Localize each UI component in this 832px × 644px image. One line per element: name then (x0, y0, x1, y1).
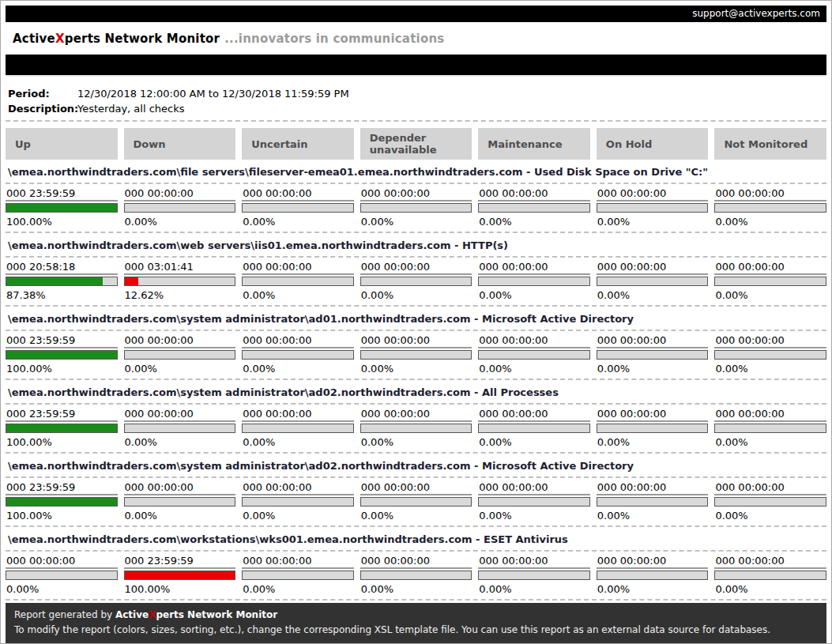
duration-label: 000 00:00:00 (242, 262, 354, 275)
duration-label: 000 00:00:00 (597, 409, 709, 422)
uptime-bar (360, 571, 472, 580)
duration-label: 000 23:59:59 (6, 482, 118, 495)
footer-brand-rest: perts Network Monitor (156, 609, 277, 620)
uptime-bar (242, 571, 354, 580)
status-stat-cell: 000 00:00:00 0.00% (597, 262, 709, 302)
uptime-bar (597, 571, 709, 580)
percent-label: 0.00% (360, 216, 472, 228)
percent-label: 0.00% (714, 510, 826, 522)
percent-label: 0.00% (714, 289, 826, 302)
duration-label: 000 00:00:00 (360, 555, 472, 569)
status-stat-cell: 000 00:00:00 0.00% (124, 188, 236, 228)
uptime-bar (478, 277, 590, 286)
percent-label: 0.00% (478, 510, 590, 522)
percent-label: 0.00% (124, 436, 236, 449)
duration-label: 000 00:00:00 (6, 555, 118, 569)
status-stat-cell: 000 00:00:00 0.00% (242, 482, 354, 522)
uptime-bar (478, 497, 590, 507)
duration-label: 000 00:00:00 (714, 262, 826, 275)
status-stat-cell: 000 00:00:00 0.00% (124, 335, 236, 375)
duration-label: 000 00:00:00 (714, 555, 826, 569)
monitor-section: \emea.northwindtraders.com\system admini… (6, 454, 826, 527)
uptime-bar (360, 350, 472, 360)
uptime-bar-fill (125, 277, 139, 285)
duration-label: 000 00:00:00 (124, 335, 236, 348)
section-title: \emea.northwindtraders.com\web servers\i… (6, 239, 826, 251)
monitor-section: \emea.northwindtraders.com\system admini… (6, 307, 826, 380)
percent-label: 0.00% (242, 216, 354, 228)
status-stat-cell: 000 00:00:00 0.00% (242, 335, 354, 375)
duration-label: 000 03:01:41 (124, 262, 236, 275)
percent-label: 100.00% (6, 510, 118, 522)
duration-label: 000 00:00:00 (597, 188, 709, 201)
status-stat-cell: 000 00:00:00 0.00% (714, 482, 826, 522)
status-stat-cell: 000 20:58:18 87.38% (6, 262, 118, 302)
uptime-bar (6, 497, 118, 507)
duration-label: 000 00:00:00 (597, 335, 709, 348)
duration-label: 000 00:00:00 (478, 482, 590, 495)
uptime-bar (478, 350, 590, 360)
footer-bar: Report generated by ActiveXperts Network… (6, 603, 826, 644)
percent-label: 0.00% (6, 583, 118, 596)
duration-label: 000 00:00:00 (597, 262, 709, 275)
column-header: Up (6, 128, 118, 160)
footer-generated-line: Report generated by ActiveXperts Network… (14, 608, 818, 623)
uptime-bar (714, 497, 826, 507)
percent-label: 0.00% (242, 363, 354, 375)
uptime-bar (478, 424, 590, 433)
duration-label: 000 00:00:00 (360, 409, 472, 422)
section-stats-row: 000 20:58:18 87.38% 000 03:01:41 12.62% … (6, 258, 826, 305)
status-stat-cell: 000 00:00:00 0.00% (242, 262, 354, 302)
duration-label: 000 00:00:00 (478, 335, 590, 348)
report-meta: Period: 12/30/2018 12:00:00 AM to 12/30/… (6, 86, 826, 116)
column-header: Depender unavailable (360, 128, 472, 160)
brand-logo: ActiveXperts Network Monitor (13, 32, 220, 46)
uptime-bar (714, 424, 826, 433)
divider-line (6, 599, 826, 601)
status-stat-cell: 000 00:00:00 0.00% (360, 482, 472, 522)
footer-brand-active: Active (115, 609, 149, 620)
status-stat-cell: 000 00:00:00 0.00% (124, 409, 236, 449)
percent-label: 0.00% (360, 289, 472, 302)
status-stat-cell: 000 00:00:00 0.00% (242, 555, 354, 596)
uptime-bar (242, 203, 354, 213)
percent-label: 12.62% (124, 289, 236, 302)
uptime-bar (597, 497, 709, 507)
duration-label: 000 00:00:00 (714, 335, 826, 348)
brand-x: X (55, 32, 65, 46)
report-page: support@activexperts.com ActiveXperts Ne… (0, 0, 832, 644)
status-stat-cell: 000 00:00:00 0.00% (478, 188, 590, 228)
uptime-bar-fill (6, 498, 117, 506)
uptime-bar-fill (6, 424, 117, 432)
uptime-bar (6, 571, 118, 580)
percent-label: 0.00% (360, 436, 472, 449)
duration-label: 000 00:00:00 (124, 188, 236, 201)
status-stat-cell: 000 00:00:00 0.00% (597, 555, 709, 596)
percent-label: 87.38% (6, 289, 118, 302)
percent-label: 0.00% (360, 510, 472, 522)
percent-label: 0.00% (597, 289, 709, 302)
duration-label: 000 00:00:00 (360, 262, 472, 275)
uptime-bar (6, 350, 118, 360)
section-title: \emea.northwindtraders.com\workstations\… (6, 533, 826, 545)
percent-label: 0.00% (242, 583, 354, 596)
section-stats-row: 000 23:59:59 100.00% 000 00:00:00 0.00% … (6, 405, 826, 452)
uptime-bar (124, 424, 236, 433)
uptime-bar (242, 424, 354, 433)
uptime-bar (6, 203, 118, 213)
status-stat-cell: 000 23:59:59 100.00% (6, 335, 118, 375)
status-stat-cell: 000 00:00:00 0.00% (597, 335, 709, 375)
status-stat-cell: 000 00:00:00 0.00% (714, 409, 826, 449)
top-black-bar: support@activexperts.com (6, 6, 826, 22)
percent-label: 0.00% (478, 216, 590, 228)
status-stat-cell: 000 00:00:00 0.00% (242, 409, 354, 449)
uptime-bar-fill (6, 351, 117, 359)
percent-label: 0.00% (478, 289, 590, 302)
uptime-bar (360, 424, 472, 433)
black-banner (6, 55, 826, 77)
uptime-bar (360, 497, 472, 507)
duration-label: 000 23:59:59 (124, 555, 236, 569)
status-stat-cell: 000 00:00:00 0.00% (124, 482, 236, 522)
status-stat-cell: 000 00:00:00 0.00% (6, 555, 118, 596)
monitor-section: \emea.northwindtraders.com\web servers\i… (6, 233, 826, 307)
